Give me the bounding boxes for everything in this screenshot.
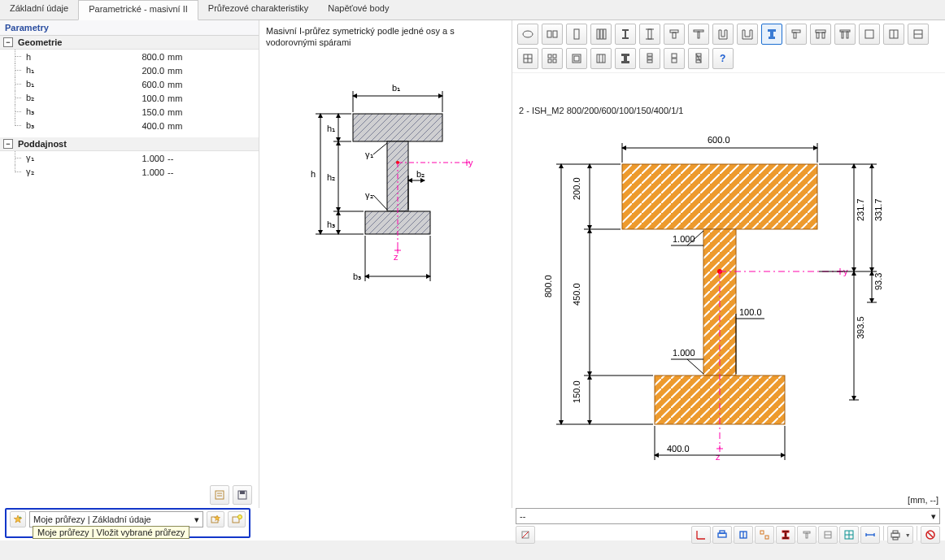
stress-button[interactable] [516, 526, 535, 544]
svg-text:γ₂: γ₂ [365, 190, 373, 200]
bottom-bar: + Moje průřezy | Základní údaje ▾ Moje p… [0, 508, 945, 540]
svg-rect-162 [765, 536, 769, 539]
param-value[interactable]: 1.000 [124, 167, 164, 177]
chevron-down-icon: ▾ [931, 511, 936, 522]
new-favorite-button[interactable] [228, 511, 246, 527]
collapse-icon[interactable]: − [3, 139, 13, 149]
insert-favorite-button[interactable] [207, 511, 224, 527]
view-grid2-button[interactable] [839, 526, 859, 544]
shape-i-narrow[interactable] [615, 24, 636, 45]
param-row: γ₁1.000-- [0, 151, 259, 165]
svg-text:?: ? [720, 53, 725, 64]
shape-toolbar: ? [512, 20, 945, 73]
param-value[interactable]: 800.0 [124, 52, 164, 62]
param-row: b₃400.0mm [0, 119, 259, 132]
shape-pi2[interactable] [834, 24, 856, 45]
svg-point-42 [523, 31, 533, 37]
param-value[interactable]: 400.0 [124, 121, 164, 131]
svg-rect-164 [785, 532, 786, 537]
tab-stress-points[interactable]: Napěťové body [318, 0, 398, 20]
status-select[interactable]: -- ▾ [516, 508, 940, 524]
group-geometrie[interactable]: − Geometrie [0, 36, 259, 50]
favorite-star-icon[interactable]: + [10, 511, 26, 527]
param-row: γ₂1.000-- [0, 165, 259, 179]
svg-rect-91 [647, 57, 652, 59]
svg-rect-51 [622, 37, 629, 39]
chevron-down-icon: ▾ [194, 514, 199, 525]
param-name: b₁ [26, 79, 124, 89]
shape-t[interactable] [664, 24, 685, 45]
shape-u[interactable] [712, 24, 734, 45]
svg-rect-44 [553, 31, 557, 37]
svg-text:600.0: 600.0 [708, 135, 730, 145]
shape-stack1[interactable] [639, 48, 660, 69]
view-i-button[interactable] [776, 526, 795, 544]
tab-parametric-masiv-ii[interactable]: Parametrické - masivní II [78, 0, 198, 20]
shape-u2[interactable] [737, 24, 758, 45]
view-axes-button[interactable] [691, 526, 711, 544]
group-poddajnost[interactable]: − Poddajnost [0, 137, 259, 151]
svg-rect-0 [216, 491, 224, 499]
view-section-button[interactable] [734, 526, 753, 544]
view-t-button[interactable] [797, 526, 817, 544]
shape-boxh[interactable] [908, 24, 929, 45]
shape-pi[interactable] [810, 24, 831, 45]
svg-text:b₃: b₃ [353, 271, 361, 281]
param-row: h₃150.0mm [0, 105, 259, 119]
svg-rect-52 [648, 29, 651, 39]
shape-i-asym[interactable] [761, 24, 782, 45]
section-preview[interactable]: y z 1.000 1.000 100.0 [512, 115, 935, 489]
help-icon[interactable]: ? [712, 48, 734, 69]
param-value[interactable]: 1.000 [124, 154, 164, 163]
section-name: 2 - ISH_M2 800/200/600/100/150/400/1/1 [512, 101, 945, 115]
collapse-icon[interactable]: − [3, 37, 13, 47]
shape-box4[interactable] [517, 48, 538, 69]
param-value[interactable]: 100.0 [124, 93, 164, 103]
print-button[interactable]: ▼ [887, 526, 913, 544]
param-value[interactable]: 600.0 [124, 80, 164, 89]
svg-text:z: z [394, 252, 398, 262]
shape-strip[interactable] [590, 24, 612, 45]
svg-rect-63 [794, 33, 796, 38]
shape-stack2[interactable] [664, 48, 685, 69]
param-name: h₃ [26, 106, 124, 117]
svg-rect-175 [893, 531, 898, 533]
shape-t-asym[interactable] [786, 24, 807, 45]
reset-button[interactable] [921, 526, 940, 544]
tab-section-characteristics[interactable]: Průřezové charakteristiky [198, 0, 319, 20]
svg-text:100.0: 100.0 [739, 307, 762, 317]
shape-boxv[interactable] [883, 24, 904, 45]
view-dims-button[interactable] [860, 526, 880, 544]
shape-grid3[interactable] [590, 48, 612, 69]
shape-rect-v[interactable] [566, 24, 587, 45]
units-label: [mm, --] [908, 495, 938, 505]
svg-rect-65 [817, 33, 819, 38]
shape-grid1[interactable] [542, 48, 563, 69]
param-value[interactable]: 150.0 [124, 107, 164, 117]
shape-i-web[interactable] [639, 24, 660, 45]
shape-ellipse[interactable] [517, 24, 538, 45]
svg-line-178 [928, 532, 933, 537]
shape-rect-h[interactable] [542, 24, 563, 45]
svg-line-113 [687, 359, 703, 374]
shape-i-solid[interactable] [615, 48, 636, 69]
tab-basic[interactable]: Základní údaje [0, 0, 78, 20]
status-label: -- [520, 511, 525, 521]
svg-rect-157 [718, 533, 726, 537]
param-value[interactable]: 200.0 [124, 66, 164, 76]
save-button[interactable] [233, 485, 252, 505]
group-label: Poddajnost [18, 139, 67, 149]
library-button[interactable] [210, 485, 229, 505]
favorites-group: + Moje průřezy | Základní údaje ▾ Moje p… [5, 508, 250, 538]
favorites-select[interactable]: Moje průřezy | Základní údaje ▾ [29, 511, 203, 527]
view-grid1-button[interactable] [818, 526, 838, 544]
shape-box[interactable] [859, 24, 880, 45]
svg-text:+: + [19, 514, 22, 519]
shape-grid2[interactable] [566, 48, 587, 69]
view-print-button[interactable] [712, 526, 732, 544]
shape-stack3[interactable] [688, 48, 709, 69]
shape-t2[interactable] [688, 24, 709, 45]
param-unit: -- [168, 154, 190, 163]
svg-rect-167 [806, 533, 808, 538]
view-parts-button[interactable] [755, 526, 774, 544]
